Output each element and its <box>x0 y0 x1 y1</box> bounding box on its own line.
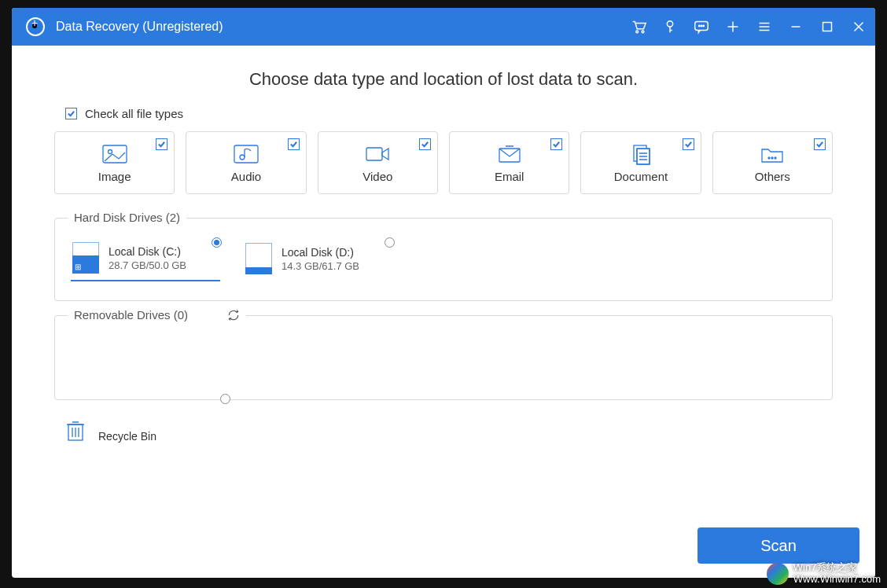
titlebar-right <box>630 18 867 35</box>
maximize-button[interactable] <box>819 18 836 35</box>
app-logo-icon <box>26 17 45 36</box>
svg-point-2 <box>636 31 639 33</box>
close-button[interactable] <box>850 18 867 35</box>
drive-radio-d[interactable] <box>385 237 395 248</box>
type-checkbox-email[interactable] <box>550 138 562 150</box>
type-label: Email <box>495 170 524 183</box>
file-type-grid: Image Audio Video <box>54 131 833 194</box>
svg-marker-26 <box>382 149 388 160</box>
type-card-document[interactable]: Document <box>580 131 701 194</box>
svg-rect-22 <box>234 145 258 163</box>
watermark-line2: Www.Winwin7.com <box>793 574 881 585</box>
svg-point-8 <box>699 25 700 26</box>
scan-button[interactable]: Scan <box>697 527 859 564</box>
type-card-image[interactable]: Image <box>54 131 175 194</box>
type-label: Document <box>614 170 668 183</box>
folder-icon <box>759 143 786 165</box>
disk-icon <box>245 243 272 274</box>
svg-rect-25 <box>366 148 382 160</box>
recycle-bin-item[interactable]: Recycle Bin <box>54 419 219 443</box>
drive-size: 14.3 GB/61.7 GB <box>282 260 359 272</box>
check-all-row[interactable]: Check all file types <box>54 107 833 120</box>
type-checkbox-others[interactable] <box>814 138 826 150</box>
hdd-section-label: Hard Disk Drives (2) <box>68 211 186 224</box>
drive-item-c[interactable]: ⊞ Local Disk (C:) 28.7 GB/50.0 GB <box>71 239 220 281</box>
removable-label-text: Removable Drives (0) <box>74 308 188 322</box>
titlebar-left: Data Recovery (Unregistered) <box>26 17 223 36</box>
plus-icon[interactable] <box>724 18 742 35</box>
svg-point-21 <box>108 149 112 153</box>
type-label: Audio <box>231 170 261 183</box>
svg-point-4 <box>667 21 672 27</box>
feedback-icon[interactable] <box>693 18 710 35</box>
drive-size: 28.7 GB/50.0 GB <box>109 259 186 271</box>
check-all-label: Check all file types <box>85 107 183 120</box>
video-icon <box>364 143 391 165</box>
window-title: Data Recovery (Unregistered) <box>56 20 223 34</box>
type-card-audio[interactable]: Audio <box>186 131 306 194</box>
page-headline: Choose data type and location of lost da… <box>54 69 833 90</box>
key-icon[interactable] <box>661 18 679 35</box>
svg-point-9 <box>701 25 701 26</box>
svg-point-10 <box>703 25 704 26</box>
removable-section-label: Removable Drives (0) <box>68 308 246 322</box>
image-icon <box>101 143 128 165</box>
app-window: Data Recovery (Unregistered) <box>12 8 875 578</box>
drive-radio-c[interactable] <box>212 237 222 248</box>
type-checkbox-image[interactable] <box>156 138 167 150</box>
drive-name: Local Disk (C:) <box>109 245 186 258</box>
svg-point-3 <box>642 31 644 33</box>
drive-item-d[interactable]: Local Disk (D:) 14.3 GB/61.7 GB <box>244 239 393 281</box>
svg-point-0 <box>32 24 37 28</box>
disk-icon: ⊞ <box>72 242 99 274</box>
type-label: Others <box>755 170 790 183</box>
type-card-others[interactable]: Others <box>712 131 833 194</box>
watermark: Win7系统之家 Www.Winwin7.com <box>760 559 887 588</box>
svg-point-23 <box>240 155 245 160</box>
type-checkbox-video[interactable] <box>419 138 431 150</box>
cart-icon[interactable] <box>630 18 647 35</box>
menu-icon[interactable] <box>756 18 773 35</box>
svg-point-36 <box>771 157 773 159</box>
hdd-label-text: Hard Disk Drives (2) <box>74 211 180 224</box>
svg-point-35 <box>768 157 770 159</box>
type-checkbox-document[interactable] <box>683 138 694 150</box>
watermark-logo-icon <box>767 563 789 585</box>
audio-icon <box>233 143 259 165</box>
svg-rect-17 <box>823 23 832 31</box>
email-icon <box>496 143 523 165</box>
document-icon <box>628 143 654 165</box>
type-label: Video <box>363 170 392 183</box>
type-checkbox-audio[interactable] <box>288 138 300 150</box>
svg-line-1 <box>37 28 39 31</box>
recycle-label: Recycle Bin <box>98 419 156 443</box>
refresh-icon[interactable] <box>227 309 240 322</box>
titlebar: Data Recovery (Unregistered) <box>12 8 875 46</box>
trash-icon <box>65 419 86 443</box>
recycle-radio[interactable] <box>220 394 230 404</box>
hdd-drive-row: ⊞ Local Disk (C:) 28.7 GB/50.0 GB Local … <box>71 234 816 281</box>
removable-section: Removable Drives (0) <box>54 315 833 400</box>
type-card-email[interactable]: Email <box>449 131 569 194</box>
hdd-section: Hard Disk Drives (2) ⊞ Local Disk (C:) 2… <box>54 218 833 301</box>
content-area: Choose data type and location of lost da… <box>12 46 875 578</box>
minimize-button[interactable] <box>787 18 804 35</box>
windows-logo-icon: ⊞ <box>75 263 81 271</box>
drive-name: Local Disk (D:) <box>282 246 359 259</box>
svg-point-37 <box>775 157 776 159</box>
type-label: Image <box>98 170 131 183</box>
type-card-video[interactable]: Video <box>318 131 438 194</box>
check-all-checkbox[interactable] <box>65 108 77 119</box>
watermark-line1: Win7系统之家 <box>793 562 881 573</box>
